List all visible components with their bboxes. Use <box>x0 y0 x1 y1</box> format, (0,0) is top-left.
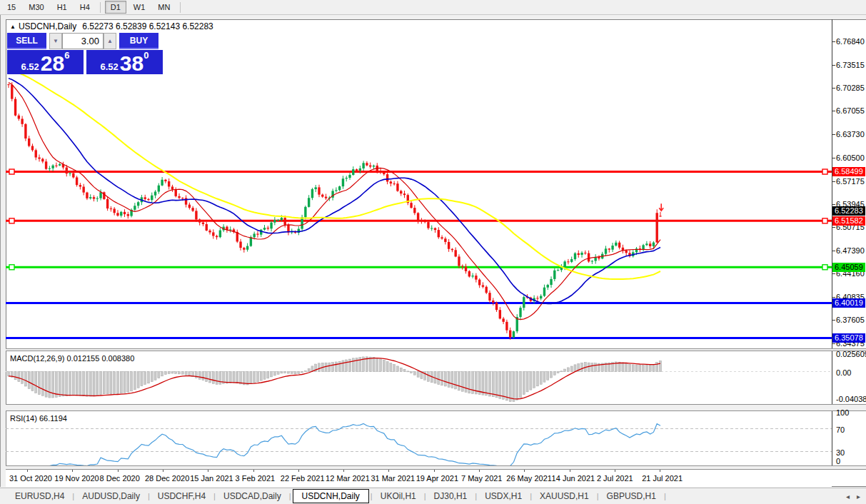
candle-body <box>454 250 456 256</box>
macd-histogram-bar <box>260 372 262 381</box>
date-tick-mark <box>434 470 435 472</box>
candle-body <box>379 171 381 173</box>
line-handle[interactable] <box>822 169 827 174</box>
macd-histogram-bar <box>253 372 256 383</box>
sell-price-superscript: 6 <box>64 51 69 60</box>
candle-body <box>605 248 607 253</box>
macd-histogram-bar <box>438 372 440 385</box>
price-tick-mark <box>832 251 835 251</box>
macd-histogram-bar <box>35 372 37 393</box>
tab-gbpusd-h1[interactable]: GBPUSD,H1 <box>600 490 663 503</box>
candle-body <box>24 124 26 138</box>
candle-body <box>383 173 385 174</box>
macd-histogram-bar <box>181 372 183 375</box>
candle-body <box>127 214 129 216</box>
macd-splitter[interactable] <box>6 348 866 351</box>
macd-histogram-bar <box>352 358 354 372</box>
macd-histogram-bar <box>236 372 238 383</box>
candle-body <box>458 256 460 266</box>
tab-usdchf-h4[interactable]: USDCHF,H4 <box>151 490 212 503</box>
price-tag-6.40019: 6.40019 <box>832 298 865 308</box>
macd-histogram-bar <box>346 360 348 372</box>
candle-body <box>198 219 201 222</box>
tab-xauusd-h1[interactable]: XAUUSD,H1 <box>533 490 595 503</box>
candle-body <box>113 208 115 213</box>
candle-body <box>38 158 40 159</box>
timeframe-button-15[interactable]: 15 <box>1 1 21 14</box>
date-label: 22 Feb 2021 <box>281 474 325 483</box>
tab-separator: | <box>148 492 150 500</box>
tab-audusd-daily[interactable]: AUDUSD,Daily <box>76 490 146 503</box>
line-handle[interactable] <box>9 169 14 174</box>
macd-histogram-bar <box>178 372 181 374</box>
line-handle[interactable] <box>9 218 14 223</box>
line-handle[interactable] <box>822 218 827 223</box>
macd-histogram-bar <box>185 372 187 376</box>
tab-nav-left-icon[interactable]: ◂ <box>846 493 850 500</box>
candle-body <box>396 183 398 191</box>
timeframe-button-d1[interactable]: D1 <box>105 1 126 14</box>
candle-body <box>59 164 61 166</box>
line-handle[interactable] <box>9 265 14 270</box>
tab-usdx-h1[interactable]: USDX,H1 <box>478 490 528 503</box>
macd-histogram-bar <box>212 372 214 384</box>
macd-histogram-bar <box>536 372 538 386</box>
timeframe-button-mn[interactable]: MN <box>152 1 176 14</box>
macd-histogram-bar <box>342 361 344 372</box>
tab-ukoil-h1[interactable]: UKOil,H1 <box>374 490 423 503</box>
buy-button[interactable]: BUY <box>119 33 158 49</box>
candle-body <box>513 331 515 337</box>
timeframe-button-h4[interactable]: H4 <box>74 1 96 14</box>
volume-input[interactable] <box>62 33 104 49</box>
window-frame-line <box>0 15 1 487</box>
macd-histogram-bar <box>380 359 382 372</box>
candle-body <box>277 220 279 221</box>
tab-dj30-h1[interactable]: DJ30,H1 <box>428 490 474 503</box>
sell-button[interactable]: SELL <box>7 33 46 49</box>
date-tick-mark <box>118 470 119 472</box>
candle-body <box>14 99 16 116</box>
price-tick-mark <box>832 65 835 66</box>
rsi-splitter[interactable] <box>6 404 866 411</box>
volume-increase-button[interactable]: ▲ <box>104 33 116 49</box>
candle-body <box>99 192 101 198</box>
candle-body <box>134 206 136 210</box>
macd-histogram-bar <box>246 372 248 385</box>
volume-decrease-button[interactable]: ▼ <box>49 33 62 49</box>
tab-usdcnh-daily[interactable]: USDCNH,Daily <box>293 489 369 503</box>
candle-body <box>144 197 146 199</box>
tab-nav-right-icon[interactable]: ▸ <box>857 493 860 500</box>
macd-histogram-bar <box>93 372 95 396</box>
candle-body <box>151 196 153 200</box>
macd-histogram-bar <box>206 372 208 382</box>
sell-price-display[interactable]: 6.52286 <box>7 50 84 74</box>
macd-histogram-bar <box>643 365 645 371</box>
macd-histogram-bar <box>653 365 655 371</box>
macd-histogram-bar <box>649 365 651 371</box>
candle-body <box>386 174 388 181</box>
macd-histogram-bar <box>79 372 81 396</box>
collapse-arrow-icon[interactable]: ▲ <box>10 24 16 30</box>
timeframe-button-m30[interactable]: M30 <box>23 1 49 14</box>
candle-body <box>615 243 617 246</box>
price-tick-label: 6.67055 <box>836 106 865 115</box>
timeframe-button-w1[interactable]: W1 <box>128 1 151 14</box>
macd-histogram-bar <box>413 372 416 376</box>
macd-histogram-bar <box>127 372 129 393</box>
candle-body <box>421 221 423 221</box>
macd-histogram-bar <box>284 372 286 373</box>
candle-body <box>18 116 20 119</box>
toolbar-separator <box>100 2 101 13</box>
macd-histogram-bar <box>588 363 590 371</box>
tab-eurusd-h4[interactable]: EURUSD,H4 <box>9 490 71 503</box>
rsi-chart-canvas[interactable] <box>6 411 832 465</box>
tab-usdcad-daily[interactable]: USDCAD,Daily <box>217 490 288 503</box>
buy-price-prefix: 6.52 <box>101 60 119 74</box>
macd-histogram-bar <box>639 365 641 371</box>
candle-body <box>645 243 648 245</box>
buy-price-display[interactable]: 6.52380 <box>86 50 163 74</box>
candle-body <box>444 238 446 242</box>
timeframe-button-h1[interactable]: H1 <box>51 1 73 14</box>
line-handle[interactable] <box>822 265 827 270</box>
rsi-axis-label: 70 <box>836 425 845 434</box>
